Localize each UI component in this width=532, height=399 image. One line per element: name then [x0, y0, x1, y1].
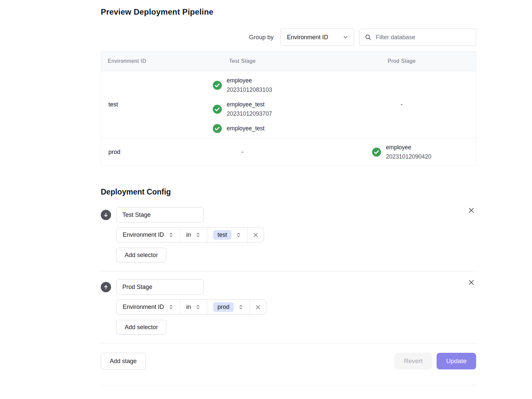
select-arrows-icon — [238, 304, 244, 310]
test-stage-empty-cell: - — [158, 138, 327, 166]
database-version: 20231012090420 — [386, 152, 431, 161]
group-by-label: Group by — [249, 34, 274, 41]
x-icon — [255, 304, 261, 310]
check-circle-icon — [213, 105, 222, 114]
remove-stage-button[interactable] — [467, 278, 475, 287]
stage-header — [101, 207, 476, 222]
database-filter[interactable] — [359, 29, 476, 46]
main-content: Preview Deployment Pipeline Group by Env… — [101, 0, 476, 385]
database-list: employee 20231012083103 employee_test 20… — [213, 71, 272, 138]
remove-stage-button[interactable] — [467, 206, 475, 214]
database-label: employee 20231012083103 — [227, 76, 272, 94]
selector-key-label: Environment ID — [123, 231, 164, 238]
prod-stage-cell: employee 20231012090420 — [327, 138, 476, 166]
stage-name-input[interactable] — [116, 279, 203, 295]
database-item: employee_test 20231012093707 — [213, 100, 272, 118]
selector-operator-label: in — [186, 304, 191, 311]
database-label: employee_test 20231012093707 — [227, 100, 272, 118]
stage-name-input[interactable] — [116, 207, 203, 222]
table-row-prod: prod - employee 20231012090420 — [101, 138, 476, 166]
config-footer: Add stage Revert Update — [101, 353, 476, 369]
x-icon — [253, 232, 259, 238]
remove-selector-button[interactable] — [250, 300, 266, 314]
revert-button[interactable]: Revert — [394, 353, 432, 369]
select-arrows-icon — [195, 232, 201, 238]
close-icon — [468, 279, 475, 286]
database-item: employee 20231012090420 — [372, 143, 431, 161]
database-name: employee — [227, 76, 272, 85]
pipeline-table-header: Environment ID Test Stage Prod Stage — [101, 52, 476, 71]
stage-card-test: Environment ID in test Add selector — [101, 207, 476, 262]
arrow-up-icon — [103, 284, 109, 290]
check-circle-icon — [213, 81, 222, 90]
database-item: employee_test — [213, 124, 272, 133]
select-arrows-icon — [236, 232, 241, 238]
check-circle-icon — [213, 124, 222, 133]
group-by-select[interactable]: Environment ID — [280, 29, 354, 46]
add-stage-button[interactable]: Add stage — [101, 353, 146, 369]
pipeline-table: Environment ID Test Stage Prod Stage tes… — [101, 51, 476, 166]
add-selector-button[interactable]: Add selector — [116, 248, 166, 262]
database-name: employee_test — [227, 100, 272, 109]
add-selector-button[interactable]: Add selector — [116, 320, 166, 334]
database-list: employee 20231012090420 — [372, 138, 431, 166]
selector-value-tag: prod — [213, 302, 234, 312]
select-arrows-icon — [195, 304, 201, 310]
group-by-selected-value: Environment ID — [287, 34, 328, 41]
database-filter-input[interactable] — [375, 34, 471, 41]
table-row-test: test employee 20231012083103 employee_te… — [101, 71, 476, 138]
search-icon — [365, 34, 371, 41]
footer-actions: Revert Update — [394, 353, 476, 369]
selector-key-select[interactable]: Environment ID — [117, 300, 180, 314]
stage-header — [101, 279, 476, 295]
selector-operator-select[interactable]: in — [180, 300, 207, 314]
selector-value-select[interactable]: test — [207, 228, 248, 242]
environment-cell: prod — [101, 138, 158, 166]
selector-value-select[interactable]: prod — [207, 300, 250, 314]
stage-card-prod: Environment ID in prod Add selector — [101, 279, 476, 334]
close-icon — [468, 207, 475, 214]
selector-group: Environment ID in test — [116, 227, 264, 242]
select-arrows-icon — [168, 232, 174, 238]
database-version: 20231012083103 — [227, 85, 272, 94]
remove-selector-button[interactable] — [248, 228, 264, 242]
database-label: employee_test — [227, 124, 265, 133]
selector-key-label: Environment ID — [123, 304, 164, 311]
selector-operator-label: in — [186, 231, 191, 238]
selector-key-select[interactable]: Environment ID — [117, 228, 180, 242]
column-header-environment-id: Environment ID — [101, 52, 158, 71]
select-arrows-icon — [168, 304, 174, 310]
deployment-config-title: Deployment Config — [101, 188, 476, 197]
column-header-prod-stage: Prod Stage — [327, 52, 476, 71]
database-label: employee 20231012090420 — [386, 143, 431, 161]
stage-direction-badge — [101, 282, 111, 292]
database-name: employee — [386, 143, 431, 152]
stage-direction-badge — [101, 210, 111, 220]
page-title: Preview Deployment Pipeline — [101, 7, 476, 17]
column-header-test-stage: Test Stage — [158, 52, 327, 71]
check-circle-icon — [372, 148, 381, 157]
config-footer-divider — [101, 343, 476, 343]
database-version: 20231012093707 — [227, 109, 272, 118]
arrow-down-icon — [103, 212, 109, 218]
database-name: employee_test — [227, 124, 265, 133]
prod-stage-empty-cell: - — [327, 71, 476, 138]
selector-group: Environment ID in prod — [116, 300, 266, 315]
bottom-divider — [101, 385, 476, 385]
chevron-down-icon — [342, 34, 348, 40]
environment-cell: test — [101, 71, 158, 138]
toolbar: Group by Environment ID — [101, 29, 476, 46]
selector-value-tag: test — [213, 230, 231, 240]
update-button[interactable]: Update — [437, 353, 476, 369]
test-stage-cell: employee 20231012083103 employee_test 20… — [158, 71, 327, 138]
stage-divider — [101, 271, 476, 271]
selector-operator-select[interactable]: in — [180, 228, 207, 242]
database-item: employee 20231012083103 — [213, 76, 272, 94]
